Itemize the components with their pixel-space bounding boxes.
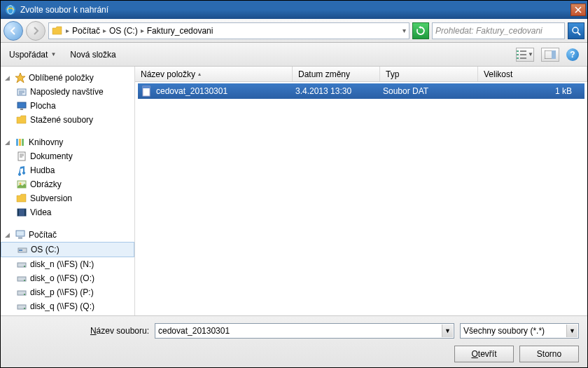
file-row[interactable]: cedovat_20130301 3.4.2013 13:30 Soubor D… [138, 83, 584, 99]
svg-rect-23 [16, 231, 24, 236]
search-button[interactable] [568, 22, 584, 39]
sidebar-os-drive[interactable]: OS (C:) [1, 242, 134, 257]
view-mode-button[interactable]: ▼ [516, 48, 534, 62]
chevron-down-icon: ▼ [50, 51, 56, 57]
picture-icon [16, 179, 27, 190]
preview-pane-button[interactable] [541, 48, 559, 62]
computer-icon [15, 229, 26, 240]
sidebar-music[interactable]: Hudba [1, 163, 134, 177]
chevron-down-icon[interactable]: ▼ [442, 325, 453, 337]
svg-point-30 [24, 280, 25, 281]
svg-point-32 [24, 294, 25, 295]
file-list: Název položky▴ Datum změny Typ Velikost … [135, 67, 587, 315]
search-input[interactable]: Prohledat: Faktury_cedovani [432, 22, 565, 39]
cancel-button[interactable]: Storno [519, 346, 579, 362]
svg-rect-26 [19, 250, 22, 251]
help-icon: ? [570, 50, 575, 60]
sidebar-netdrive-n[interactable]: disk_n (\\FS) (N:) [1, 257, 134, 271]
svg-rect-22 [24, 209, 26, 216]
folder-icon [16, 193, 27, 204]
back-button[interactable] [4, 21, 23, 41]
col-size[interactable]: Velikost [478, 67, 587, 81]
breadcrumb-drive[interactable]: OS (C:) [109, 26, 138, 36]
netdrive-icon [16, 301, 27, 312]
svg-rect-4 [520, 50, 526, 52]
sidebar-documents[interactable]: Dokumenty [1, 149, 134, 163]
window-title: Zvolte soubor k nahrání [20, 5, 108, 15]
expand-icon: ◢ [5, 74, 12, 81]
netdrive-icon [16, 273, 27, 284]
sidebar-desktop[interactable]: Plocha [1, 99, 134, 113]
main-area: ◢Oblíbené položky Naposledy navštíve Plo… [1, 67, 587, 315]
arrow-left-icon [8, 26, 18, 36]
ie-icon [5, 4, 16, 15]
pane-icon [545, 50, 556, 59]
svg-rect-12 [18, 102, 26, 108]
sidebar-libraries[interactable]: ◢Knihovny [1, 135, 134, 149]
sidebar-recent[interactable]: Naposledy navštíve [1, 85, 134, 99]
sidebar-netdrive-o[interactable]: disk_o (\\FS) (O:) [1, 271, 134, 285]
expand-icon: ◢ [5, 231, 12, 238]
expand-icon: ◢ [5, 139, 12, 146]
sidebar-subversion[interactable]: Subversion [1, 191, 134, 205]
desktop-icon [16, 100, 27, 111]
svg-rect-8 [520, 57, 526, 59]
svg-rect-7 [517, 57, 519, 59]
list-icon [517, 50, 526, 59]
svg-rect-15 [19, 139, 21, 146]
refresh-button[interactable] [412, 22, 429, 39]
newfolder-button[interactable]: Nová složka [70, 50, 115, 60]
netdrive-icon [16, 287, 27, 298]
organize-button[interactable]: Uspořádat▼ [9, 50, 56, 60]
col-type[interactable]: Typ [380, 67, 478, 81]
forward-button[interactable] [26, 21, 46, 41]
sidebar-favorites[interactable]: ◢Oblíbené položky [1, 71, 134, 85]
help-button[interactable]: ? [566, 48, 579, 61]
sidebar-netdrive-p[interactable]: disk_p (\\FS) (P:) [1, 285, 134, 299]
search-placeholder: Prohledat: Faktury_cedovani [435, 26, 542, 36]
titlebar: Zvolte soubor k nahrání [1, 1, 587, 19]
refresh-icon [416, 26, 426, 36]
svg-rect-14 [16, 139, 18, 146]
close-button[interactable] [570, 4, 586, 16]
address-bar[interactable]: ▸ Počítač ▸ OS (C:) ▸ Faktury_cedovani ▾ [48, 22, 410, 39]
col-date[interactable]: Datum změny [293, 67, 380, 81]
svg-rect-36 [143, 86, 150, 88]
folder-icon [16, 114, 27, 125]
folder-icon [52, 25, 63, 36]
filename-input[interactable]: cedovat_20130301▼ [155, 323, 454, 339]
open-button[interactable]: Otevřít [454, 346, 514, 362]
chevron-right-icon: ▸ [103, 27, 106, 34]
chevron-down-icon: ▼ [528, 51, 533, 57]
video-icon [16, 207, 27, 218]
search-icon [571, 26, 581, 36]
sidebar-pictures[interactable]: Obrázky [1, 177, 134, 191]
svg-point-2 [573, 27, 578, 33]
library-icon [15, 137, 26, 148]
chevron-right-icon: ▸ [66, 27, 69, 34]
sidebar-computer[interactable]: ◢Počítač [1, 228, 134, 242]
column-header: Název položky▴ Datum změny Typ Velikost [135, 67, 587, 82]
sidebar-downloads[interactable]: Stažené soubory [1, 113, 134, 127]
breadcrumb-folder[interactable]: Faktury_cedovani [147, 26, 214, 36]
arrow-right-icon [31, 26, 41, 36]
recent-icon [16, 86, 27, 97]
col-name[interactable]: Název položky▴ [135, 67, 293, 81]
toolbar: Uspořádat▼ Nová složka ▼ ? [1, 43, 587, 67]
sidebar-videos[interactable]: Videa [1, 205, 134, 219]
chevron-down-icon[interactable]: ▾ [402, 27, 406, 34]
svg-rect-17 [18, 152, 25, 161]
filter-dropdown[interactable]: Všechny soubory (*.*)▼ [460, 323, 579, 339]
document-icon [16, 151, 27, 162]
music-icon [16, 165, 27, 176]
sidebar-netdrive-q[interactable]: disk_q (\\FS) (Q:) [1, 299, 134, 313]
chevron-down-icon[interactable]: ▼ [566, 325, 578, 337]
svg-point-34 [24, 308, 25, 309]
filename-label: Název souboru: [9, 326, 149, 336]
close-icon [575, 6, 582, 13]
svg-rect-24 [18, 237, 22, 239]
svg-rect-13 [20, 109, 23, 110]
svg-rect-3 [517, 50, 519, 52]
drive-icon [17, 244, 28, 255]
breadcrumb-computer[interactable]: Počítač [72, 26, 100, 36]
